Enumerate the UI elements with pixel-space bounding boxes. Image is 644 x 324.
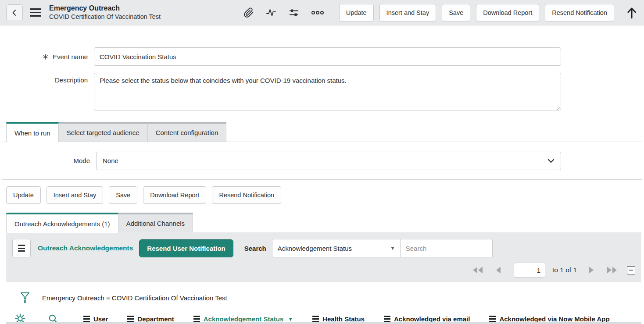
tab-content-configuration[interactable]: Content configuration (148, 122, 227, 142)
collapse-list-icon[interactable] (627, 266, 635, 274)
list-filter-row: Emergency Outreach = COVID Certification… (0, 282, 644, 308)
record-form: Event name Description Please select the… (0, 25, 644, 112)
resend-user-notification-button[interactable]: Resend User Notification (139, 239, 233, 257)
update-button[interactable]: Update (339, 4, 374, 21)
tab-outreach-acknowledgements[interactable]: Outreach Acknowledgements (1) (6, 213, 118, 233)
back-button[interactable] (6, 4, 23, 21)
resend-notification-button-bottom[interactable]: Resend Notification (212, 186, 281, 204)
related-list-tabs: Outreach Acknowledgements (1) Additional… (0, 213, 644, 232)
event-name-label-cell: Event name (0, 53, 88, 61)
record-title-block: Emergency Outreach COVID Certification O… (49, 4, 161, 21)
mode-label-cell: Mode (2, 157, 90, 164)
paperclip-icon[interactable] (243, 7, 254, 18)
event-name-input[interactable] (94, 47, 561, 66)
related-list-title-link[interactable]: Outreach Acknowledgements (38, 244, 133, 252)
tab-additional-channels[interactable]: Additional Channels (118, 213, 193, 232)
column-menu-icon (384, 316, 390, 322)
filter-condition-text[interactable]: Emergency Outreach = COVID Certification… (42, 294, 227, 302)
list-pagination: to 1 of 1 (12, 263, 635, 278)
sliders-icon[interactable] (288, 7, 300, 18)
save-button-bottom[interactable]: Save (109, 186, 137, 204)
tab-select-targeted-audience[interactable]: Select targeted audience (59, 122, 148, 142)
description-label-cell: Description (0, 73, 88, 84)
tab-when-to-run[interactable]: When to run (6, 122, 59, 142)
resend-notification-button[interactable]: Resend Notification (545, 4, 614, 21)
form-tabs: When to run Select targeted audience Con… (0, 122, 644, 142)
description-field-row: Description Please select the status bel… (0, 73, 644, 112)
activity-stream-icon[interactable] (265, 7, 277, 18)
column-menu-icon (312, 316, 319, 322)
page-number-input[interactable] (514, 263, 545, 278)
scroll-to-top-icon[interactable] (626, 6, 638, 20)
mode-select[interactable]: None (96, 152, 561, 170)
first-page-icon[interactable] (472, 266, 485, 274)
form-header-bar: Emergency Outreach COVID Certification O… (0, 0, 644, 25)
record-subtitle: COVID Certification Of Vaccination Test (49, 13, 161, 21)
download-report-button-bottom[interactable]: Download Report (143, 186, 206, 204)
update-button-bottom[interactable]: Update (6, 186, 41, 204)
column-menu-icon (127, 316, 134, 322)
related-list-header: Outreach Acknowledgements Resend User No… (6, 232, 641, 282)
hamburger-menu-icon[interactable] (30, 8, 41, 17)
mode-label: Mode (73, 157, 90, 164)
description-label: Description (55, 76, 88, 84)
event-name-label: Event name (53, 53, 88, 61)
list-menu-icon (18, 245, 25, 252)
sort-descending-icon: ▼ (288, 316, 293, 322)
column-menu-icon (83, 316, 90, 322)
download-report-button[interactable]: Download Report (476, 4, 539, 21)
list-search-label: Search (244, 245, 266, 252)
next-page-icon[interactable] (587, 266, 595, 274)
list-context-menu-button[interactable] (12, 239, 31, 257)
form-button-row: Update Insert and Stay Save Download Rep… (0, 186, 644, 204)
description-textarea[interactable]: Please select the status below that coin… (94, 73, 561, 110)
insert-and-stay-button-bottom[interactable]: Insert and Stay (47, 186, 104, 204)
required-asterisk-icon (42, 53, 49, 60)
list-search-input[interactable] (401, 239, 493, 257)
column-menu-icon (193, 316, 200, 322)
search-field-select[interactable]: Acknowledgement Status (272, 239, 401, 257)
back-chevron-icon (10, 8, 19, 17)
last-page-icon[interactable] (605, 266, 618, 274)
previous-page-icon[interactable] (494, 266, 502, 274)
insert-and-stay-button[interactable]: Insert and Stay (379, 4, 436, 21)
more-options-icon[interactable] (311, 7, 324, 18)
page-title: Emergency Outreach (49, 4, 161, 13)
event-name-field-row: Event name (0, 47, 644, 66)
filter-funnel-icon[interactable] (19, 291, 31, 304)
pagination-info: to 1 of 1 (552, 266, 577, 274)
save-button[interactable]: Save (442, 4, 470, 21)
column-menu-icon (489, 316, 496, 322)
when-to-run-panel: Mode None (2, 142, 642, 180)
list-row-divider (6, 322, 641, 324)
